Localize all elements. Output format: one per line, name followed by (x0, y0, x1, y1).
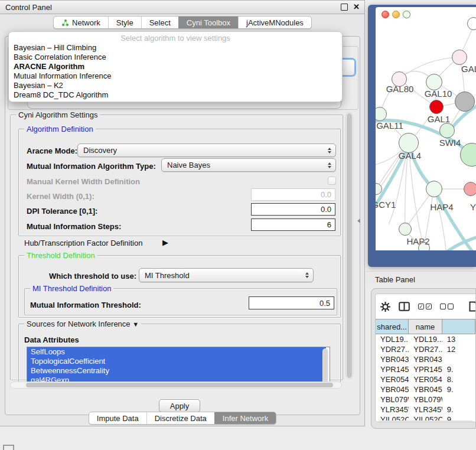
algorithm-option-dream8-dc-tdc-algorithm[interactable]: Dream8 DC_TDC Algorithm (9, 90, 342, 100)
table-cell: 9. (442, 365, 475, 374)
splitter-collapse-icon[interactable] (357, 219, 360, 223)
table-toolbar: ✓✓ (376, 294, 475, 319)
table-cell: YLR345W (376, 405, 409, 414)
table-row[interactable]: YBL079WYBL079W (376, 394, 475, 405)
tab-label: Select (149, 18, 171, 27)
table-cell: YDL19... (376, 335, 409, 344)
split-columns-icon[interactable] (399, 302, 410, 311)
control-panel-tabbar: NetworkStyleSelectCyni ToolboxjActiveMNo… (0, 16, 365, 29)
network-node[interactable] (426, 74, 442, 90)
algorithm-definition-title: Algorithm Definition (24, 125, 96, 133)
table-row[interactable]: YBR045CYBR045C9. (376, 384, 475, 394)
table-horizontal-scrollbar[interactable] (377, 420, 474, 422)
attribute-item-selfloops[interactable]: SelfLoops (27, 347, 326, 357)
tab-style[interactable]: Style (108, 17, 141, 28)
algorithm-option-basic-correlation-inference[interactable]: Basic Correlation Inference (9, 53, 342, 62)
expand-right-icon[interactable]: ▶ (162, 238, 168, 247)
algorithm-option-bayesian-k2[interactable]: Bayesian – K2 (9, 81, 342, 90)
network-canvas-area[interactable]: GALGAL80GAL10GAL1GAL11SWI4GAL4GCY1HAP4YH… (376, 7, 476, 250)
column-header-shared[interactable]: shared... (376, 319, 409, 334)
table-cell: YDR27... (376, 345, 409, 354)
kernel-width-field[interactable]: 0.0 (251, 188, 335, 201)
algorithm-option-bayesian-hill-climbing[interactable]: Bayesian – Hill Climbing (9, 43, 342, 53)
tab-label: Network (72, 18, 100, 27)
close-icon[interactable]: ✕ (353, 2, 360, 11)
network-node[interactable] (467, 17, 476, 30)
bottom-tabbar: Impute DataDiscretize DataInfer Network (0, 412, 365, 425)
table-panel-window: ✓✓ shared...name YDL19...YDL19...13YDR27… (371, 288, 476, 429)
tab-jactivemnodules[interactable]: jActiveMNodules (238, 17, 311, 28)
hub-definition-label[interactable]: Hub/Transcription Factor Definition (24, 239, 142, 247)
network-node[interactable] (452, 50, 467, 65)
node-label-gal11: GAL11 (376, 120, 403, 131)
attribute-item-betweennesscentrality[interactable]: BetweennessCentrality (27, 366, 326, 376)
float-window-icon[interactable] (341, 4, 348, 11)
dpi-tolerance-field[interactable]: 0.0 (251, 203, 335, 216)
tab-network[interactable]: Network (54, 17, 108, 28)
network-node[interactable] (399, 133, 419, 153)
table-cell: 8. (442, 375, 475, 384)
table-cell: YPR145W (376, 365, 409, 374)
settings-vertical-scrollbar[interactable] (345, 112, 353, 379)
gear-icon[interactable] (380, 302, 390, 312)
mi-type-combobox[interactable]: Naive Bayes (161, 158, 336, 172)
dpi-tolerance-value: 0.0 (321, 205, 331, 214)
node-label-gal1: GAL1 (428, 114, 450, 124)
table-row[interactable]: YPR145WYPR145W9. (376, 364, 475, 374)
network-node[interactable] (439, 123, 455, 138)
tab-label: Infer Network (223, 414, 268, 423)
table-cell: YER054C (409, 375, 442, 384)
tab-cyni-toolbox[interactable]: Cyni Toolbox (178, 17, 238, 28)
aracne-mode-label: Aracne Mode: (27, 146, 77, 155)
control-panel-title: Control Panel (0, 3, 52, 12)
bottom-tab-infer-network[interactable]: Infer Network (214, 412, 276, 424)
node-table[interactable]: shared...name YDL19...YDL19...13YDR27...… (376, 319, 475, 422)
manual-kernel-checkbox[interactable] (328, 177, 336, 185)
spinner-arrows-icon (328, 162, 331, 168)
settings-horizontal-scrollbar[interactable] (10, 381, 342, 389)
bottom-tab-discretize-data[interactable]: Discretize Data (146, 412, 214, 424)
network-node[interactable] (429, 100, 444, 114)
list-scrollbar[interactable] (322, 348, 328, 384)
page-icon[interactable] (469, 301, 476, 312)
mi-steps-value: 6 (327, 220, 331, 229)
which-threshold-label: Which threshold to use: (49, 272, 136, 281)
collapsed-panel-icon[interactable] (3, 445, 14, 450)
deselect-all-checkboxes-icon[interactable] (440, 304, 454, 309)
which-threshold-combobox[interactable]: MI Threshold (139, 268, 314, 282)
aracne-mode-combobox[interactable]: Discovery (77, 144, 336, 157)
collapse-down-icon[interactable]: ▼ (132, 321, 139, 328)
column-header-name[interactable]: name (409, 319, 442, 334)
algorithm-option-aracne-algorithm[interactable]: ARACNE Algorithm (9, 62, 342, 71)
table-row[interactable]: YDR27...YDR27...12 (376, 344, 475, 354)
aracne-mode-value: Discovery (83, 146, 117, 155)
bottom-tab-impute-data[interactable]: Impute Data (89, 412, 146, 424)
select-all-checkboxes-icon[interactable]: ✓✓ (418, 304, 432, 309)
table-cell: YBL079W (376, 395, 409, 404)
table-cell: YPR145W (409, 365, 442, 374)
network-node[interactable] (455, 92, 475, 112)
algorithm-option-mutual-information-inference[interactable]: Mutual Information Inference (9, 71, 342, 81)
sources-title: Sources for Network Inference ▼ (24, 319, 141, 328)
column-header-clipped[interactable] (442, 319, 475, 334)
kernel-width-label: Kernel Width (0,1): (27, 192, 94, 201)
table-cell: 9. (442, 385, 475, 394)
table-row[interactable]: YBR043CYBR043C (376, 354, 475, 364)
table-row[interactable]: YLR345WYLR345W9. (376, 405, 475, 415)
tab-label: Style (116, 18, 133, 27)
apply-button[interactable]: Apply (159, 399, 200, 412)
attribute-item-topologicalcoefficient[interactable]: TopologicalCoefficient (27, 357, 326, 366)
table-row[interactable]: YDL19...YDL19...13 (376, 334, 475, 344)
data-attributes-label: Data Attributes (24, 335, 79, 344)
tab-select[interactable]: Select (141, 17, 178, 28)
data-attributes-list[interactable]: SelfLoopsTopologicalCoefficientBetweenne… (27, 347, 330, 386)
network-icon (61, 19, 69, 27)
table-row[interactable]: YER054CYER054C8. (376, 374, 475, 384)
network-node[interactable] (399, 223, 412, 236)
network-node[interactable] (426, 181, 442, 197)
network-node[interactable] (464, 182, 476, 196)
table-cell: YDR27... (409, 345, 442, 354)
mi-threshold-field[interactable]: 0.5 (249, 296, 334, 309)
node-label-gal: GAL (461, 64, 476, 74)
mi-steps-field[interactable]: 6 (251, 219, 335, 231)
